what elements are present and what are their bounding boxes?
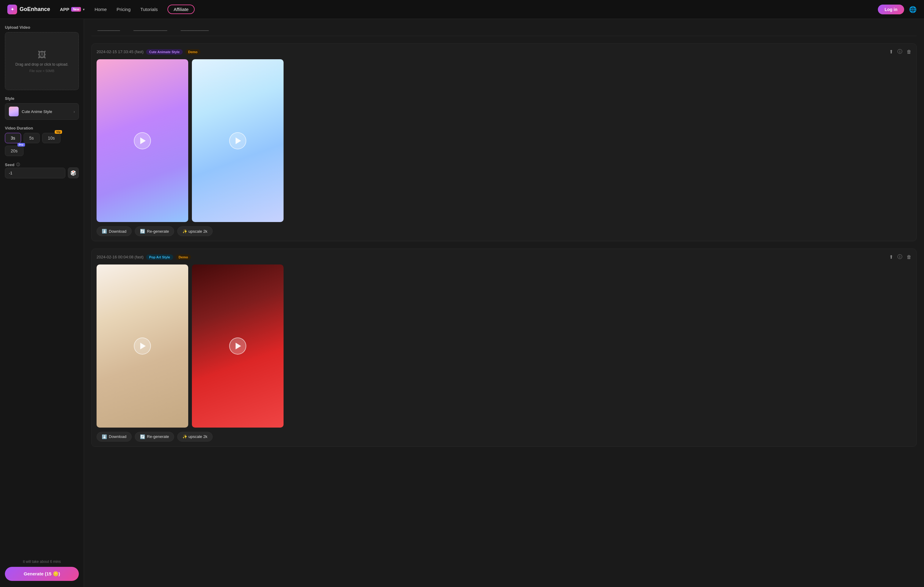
video-thumb-1b[interactable]	[192, 59, 284, 222]
upload-subtext: File size < 50MB	[29, 69, 54, 73]
tab-1[interactable]: ────────	[91, 25, 126, 36]
play-triangle-icon	[236, 343, 241, 350]
generate-button[interactable]: Generate (15 🪙)	[5, 567, 79, 581]
style-selector[interactable]: Cute Anime Style ›	[5, 103, 79, 120]
play-button-1a[interactable]	[134, 132, 151, 149]
app-label: APP	[60, 7, 69, 12]
card-2-style-tag: Pop Art Style	[146, 254, 173, 260]
share-button-1[interactable]: ⬆	[889, 49, 893, 54]
regenerate-icon: 🔄	[140, 229, 145, 234]
upscale-label-2: ✨ upscale 2k	[182, 434, 208, 439]
seed-section: Seed ⓘ 🎲	[5, 162, 79, 178]
logo-icon: ✦	[7, 5, 17, 14]
video-thumb-2a[interactable]	[97, 264, 188, 427]
upload-section: Upload Video 🖼 Drag and drop or click to…	[5, 25, 79, 90]
share-button-2[interactable]: ⬆	[889, 254, 893, 260]
result-card-2: 2024-02-16 00:04:08 (fast) Pop Art Style…	[91, 249, 917, 447]
card-2-buttons: ⬇️ Download 🔄 Re-generate ✨ upscale 2k	[97, 432, 911, 442]
play-button-2a[interactable]	[134, 338, 151, 355]
logo-area[interactable]: ✦ GoEnhance	[7, 5, 50, 14]
card-1-timestamp: 2024-02-15 17:33:45 (fast)	[97, 49, 144, 54]
login-button[interactable]: Log in	[878, 5, 904, 14]
download-label-1: Download	[109, 229, 127, 234]
info-button-1[interactable]: ⓘ	[898, 49, 902, 55]
download-icon: ⬇️	[102, 229, 107, 234]
dice-button[interactable]: 🎲	[68, 167, 79, 178]
duration-section: Video Duration 3s 5s 10s Vip 20s Pro	[5, 126, 79, 156]
upload-section-label: Upload Video	[5, 25, 79, 30]
card-1-header: 2024-02-15 17:33:45 (fast) Cute Animate …	[97, 49, 911, 55]
video-thumb-1a[interactable]	[97, 59, 188, 222]
info-button-2[interactable]: ⓘ	[898, 254, 902, 260]
logo-text: GoEnhance	[20, 6, 50, 13]
download-label-2: Download	[109, 434, 127, 439]
delete-button-1[interactable]: 🗑	[907, 49, 911, 54]
download-button-1[interactable]: ⬇️ Download	[97, 226, 132, 236]
seed-input-row: 🎲	[5, 167, 79, 178]
sidebar-footer: it will take about 6 mins Generate (15 🪙…	[5, 555, 79, 581]
card-2-actions: ⬆ ⓘ 🗑	[889, 254, 911, 260]
result-card-1: 2024-02-15 17:33:45 (fast) Cute Animate …	[91, 43, 917, 241]
regenerate-button-2[interactable]: 🔄 Re-generate	[135, 432, 174, 442]
card-1-buttons: ⬇️ Download 🔄 Re-generate ✨ upscale 2k	[97, 226, 911, 236]
style-section: Style Cute Anime Style ›	[5, 96, 79, 120]
duration-options: 3s 5s 10s Vip 20s Pro	[5, 133, 79, 156]
card-2-videos	[97, 264, 911, 427]
upload-area[interactable]: 🖼 Drag and drop or click to upload. File…	[5, 32, 79, 90]
nav-tutorials[interactable]: Tutorials	[140, 7, 158, 12]
nav-affiliate[interactable]: Affiliate	[167, 5, 195, 14]
time-estimate: it will take about 6 mins	[5, 559, 79, 564]
tab-2[interactable]: ────────────	[127, 25, 173, 36]
tabs-row: ──────── ──────────── ──────────	[91, 25, 917, 36]
tab-3[interactable]: ──────────	[175, 25, 215, 36]
card-2-header: 2024-02-16 00:04:08 (fast) Pop Art Style…	[97, 254, 911, 260]
card-1-actions: ⬆ ⓘ 🗑	[889, 49, 911, 55]
card-1-videos	[97, 59, 911, 222]
play-button-1b[interactable]	[229, 132, 246, 149]
regenerate-label-1: Re-generate	[147, 229, 169, 234]
card-1-style-tag: Cute Animate Style	[146, 49, 183, 54]
duration-10s[interactable]: 10s Vip	[42, 133, 61, 143]
regenerate-button-1[interactable]: 🔄 Re-generate	[135, 226, 174, 236]
main-layout: Upload Video 🖼 Drag and drop or click to…	[0, 19, 924, 587]
seed-input[interactable]	[5, 168, 65, 178]
seed-section-label: Seed ⓘ	[5, 162, 79, 167]
duration-3s[interactable]: 3s	[5, 133, 21, 143]
chevron-down-icon: ▾	[83, 7, 85, 12]
upload-text: Drag and drop or click to upload.	[15, 62, 68, 67]
regenerate-label-2: Re-generate	[147, 434, 169, 439]
vip-badge: Vip	[55, 130, 62, 134]
nav-home[interactable]: Home	[94, 7, 107, 12]
nav-pricing[interactable]: Pricing	[116, 7, 130, 12]
video-thumb-2b[interactable]	[192, 264, 284, 427]
delete-button-2[interactable]: 🗑	[907, 254, 911, 260]
upload-icon: 🖼	[38, 50, 46, 60]
pro-badge: Pro	[17, 143, 25, 147]
nav-right: Log in 🌐	[878, 5, 917, 14]
nav-links: Home Pricing Tutorials Affiliate	[94, 5, 868, 14]
chevron-right-icon: ›	[74, 109, 75, 114]
duration-section-label: Video Duration	[5, 126, 79, 130]
globe-icon[interactable]: 🌐	[909, 6, 917, 13]
upscale-label-1: ✨ upscale 2k	[182, 229, 208, 234]
card-2-timestamp: 2024-02-16 00:04:08 (fast)	[97, 255, 144, 259]
play-triangle-icon	[140, 343, 146, 350]
upscale-button-2[interactable]: ✨ upscale 2k	[177, 432, 213, 442]
card-1-demo-tag: Demo	[185, 49, 201, 54]
style-section-label: Style	[5, 96, 79, 101]
upscale-button-1[interactable]: ✨ upscale 2k	[177, 226, 213, 236]
download-icon: ⬇️	[102, 434, 107, 439]
new-badge: New	[71, 7, 81, 12]
play-triangle-icon	[236, 137, 241, 144]
navbar: ✦ GoEnhance APP New ▾ Home Pricing Tutor…	[0, 0, 924, 19]
content-area: ──────── ──────────── ────────── 2024-02…	[84, 19, 924, 587]
duration-5s[interactable]: 5s	[23, 133, 40, 143]
style-name-label: Cute Anime Style	[22, 109, 71, 114]
app-nav-button[interactable]: APP New ▾	[60, 7, 85, 12]
play-button-2b[interactable]	[229, 338, 246, 355]
style-thumb	[9, 107, 19, 116]
download-button-2[interactable]: ⬇️ Download	[97, 432, 132, 442]
duration-20s[interactable]: 20s Pro	[5, 146, 23, 156]
sidebar: Upload Video 🖼 Drag and drop or click to…	[0, 19, 84, 587]
play-triangle-icon	[140, 137, 146, 144]
